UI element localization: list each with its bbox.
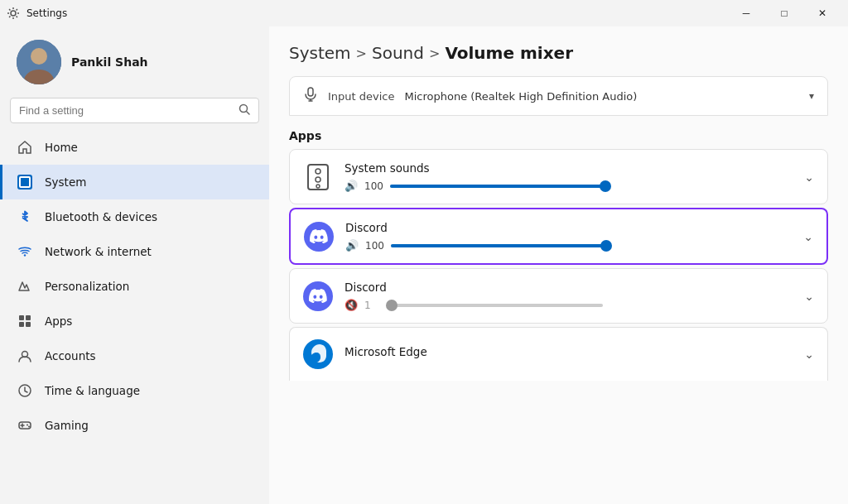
breadcrumb-sep2: > bbox=[429, 46, 440, 61]
discord-2-content: Discord 🔇 1 bbox=[344, 281, 793, 311]
discord-2-slider[interactable] bbox=[388, 304, 603, 307]
input-device-label: Input device bbox=[328, 90, 395, 103]
titlebar-controls: ─ □ ✕ bbox=[727, 0, 841, 26]
system-sounds-card: System sounds 🔊 100 ⌄ bbox=[289, 149, 828, 204]
edge-content: Microsoft Edge bbox=[344, 345, 793, 363]
sidebar-item-home[interactable]: Home bbox=[0, 130, 269, 165]
network-icon bbox=[17, 243, 33, 260]
system-sounds-volume-value: 100 bbox=[364, 180, 383, 192]
sidebar-item-time[interactable]: Time & language bbox=[0, 373, 269, 408]
maximize-button[interactable]: □ bbox=[765, 0, 803, 26]
sidebar-item-accounts-label: Accounts bbox=[45, 349, 96, 362]
svg-rect-9 bbox=[26, 322, 31, 327]
settings-icon bbox=[7, 7, 20, 20]
sidebar-item-personalization[interactable]: Personalization bbox=[0, 269, 269, 304]
sidebar-item-apps[interactable]: Apps bbox=[0, 304, 269, 338]
username: Pankil Shah bbox=[71, 55, 148, 69]
svg-point-2 bbox=[31, 48, 47, 65]
microphone-icon bbox=[303, 87, 318, 105]
close-button[interactable]: ✕ bbox=[803, 0, 841, 26]
accounts-icon bbox=[17, 348, 33, 364]
sidebar-item-apps-label: Apps bbox=[45, 314, 72, 328]
discord-2-volume-value: 1 bbox=[364, 300, 381, 311]
sidebar-item-bluetooth[interactable]: Bluetooth & devices bbox=[0, 199, 269, 234]
microsoft-edge-card: Microsoft Edge ⌄ bbox=[289, 327, 828, 381]
search-input[interactable] bbox=[19, 104, 232, 117]
breadcrumb-current: Volume mixer bbox=[445, 43, 573, 63]
sidebar-item-time-label: Time & language bbox=[45, 384, 140, 397]
personalization-icon bbox=[17, 278, 33, 295]
discord-1-slider[interactable] bbox=[391, 244, 606, 247]
edge-expand-icon[interactable]: ⌄ bbox=[804, 348, 814, 361]
main-content: System > Sound > Volume mixer Input devi… bbox=[269, 26, 848, 504]
svg-point-0 bbox=[11, 11, 16, 16]
apps-section-label: Apps bbox=[289, 129, 828, 142]
svg-point-17 bbox=[316, 169, 320, 174]
content-area: Input device Microphone (Realtek High De… bbox=[269, 76, 848, 504]
breadcrumb-sep1: > bbox=[356, 46, 367, 61]
discord-icon-1 bbox=[304, 222, 334, 252]
system-sound-icon bbox=[303, 162, 333, 192]
discord-1-volume-icon: 🔊 bbox=[345, 239, 359, 252]
svg-point-5 bbox=[24, 254, 26, 256]
sidebar-item-system-label: System bbox=[45, 175, 86, 189]
edge-icon bbox=[303, 339, 333, 369]
discord-1-name: Discord bbox=[345, 221, 792, 234]
app-body: Pankil Shah Home bbox=[0, 26, 848, 504]
system-sounds-slider-thumb bbox=[600, 180, 611, 192]
titlebar-left: Settings bbox=[7, 7, 67, 20]
sidebar-item-home-label: Home bbox=[45, 141, 78, 154]
breadcrumb-system[interactable]: System bbox=[289, 43, 351, 63]
minimize-button[interactable]: ─ bbox=[727, 0, 765, 26]
sidebar-item-personalization-label: Personalization bbox=[45, 280, 129, 293]
discord-2-expand-icon[interactable]: ⌄ bbox=[804, 290, 814, 303]
breadcrumb-sound[interactable]: Sound bbox=[372, 43, 424, 63]
discord-1-volume-row: 🔊 100 bbox=[345, 239, 792, 252]
discord-icon-2 bbox=[303, 281, 333, 311]
discord-2-slider-thumb bbox=[386, 300, 398, 311]
user-section: Pankil Shah bbox=[0, 26, 269, 98]
discord-card-2: Discord 🔇 1 ⌄ bbox=[289, 268, 828, 324]
input-device-row: Input device Microphone (Realtek High De… bbox=[289, 76, 828, 116]
sidebar-item-bluetooth-label: Bluetooth & devices bbox=[45, 210, 157, 223]
sidebar-item-accounts[interactable]: Accounts bbox=[0, 338, 269, 373]
discord-2-name: Discord bbox=[344, 281, 793, 294]
search-box[interactable] bbox=[10, 98, 259, 123]
search-icon bbox=[238, 103, 250, 118]
bluetooth-icon bbox=[17, 209, 33, 225]
sidebar: Pankil Shah Home bbox=[0, 26, 269, 504]
discord-1-volume-value: 100 bbox=[365, 240, 384, 252]
discord-2-slider-fill bbox=[388, 304, 392, 307]
apps-icon bbox=[17, 313, 33, 329]
sidebar-item-network-label: Network & internet bbox=[45, 245, 152, 258]
system-sounds-name: System sounds bbox=[344, 161, 793, 175]
svg-point-19 bbox=[316, 185, 320, 188]
sidebar-item-gaming-label: Gaming bbox=[45, 419, 89, 432]
discord-1-expand-icon[interactable]: ⌄ bbox=[803, 230, 813, 243]
discord-logo-1 bbox=[304, 222, 334, 252]
svg-point-13 bbox=[26, 425, 28, 426]
discord-2-volume-icon: 🔇 bbox=[344, 299, 358, 311]
sidebar-item-network[interactable]: Network & internet bbox=[0, 234, 269, 269]
svg-point-18 bbox=[316, 177, 320, 182]
discord-1-slider-thumb bbox=[600, 240, 612, 252]
system-sounds-expand-icon[interactable]: ⌄ bbox=[804, 170, 814, 184]
page-header: System > Sound > Volume mixer bbox=[269, 26, 848, 76]
sidebar-item-gaming[interactable]: Gaming bbox=[0, 408, 269, 443]
svg-point-20 bbox=[303, 339, 333, 369]
system-sounds-volume-icon: 🔊 bbox=[344, 180, 358, 192]
system-sounds-content: System sounds 🔊 100 bbox=[344, 161, 793, 192]
sidebar-item-system[interactable]: System bbox=[0, 165, 269, 199]
system-sounds-volume-row: 🔊 100 bbox=[344, 180, 793, 192]
system-icon bbox=[17, 174, 33, 190]
avatar-image bbox=[17, 40, 61, 84]
titlebar-title: Settings bbox=[26, 7, 67, 19]
svg-rect-15 bbox=[308, 88, 313, 96]
discord-1-slider-fill bbox=[391, 244, 606, 247]
gaming-icon bbox=[17, 417, 33, 434]
svg-rect-8 bbox=[19, 322, 24, 327]
system-sounds-slider[interactable] bbox=[390, 185, 605, 188]
svg-rect-6 bbox=[19, 315, 24, 320]
input-device-dropdown-icon[interactable]: ▾ bbox=[809, 90, 814, 102]
avatar bbox=[17, 40, 61, 84]
